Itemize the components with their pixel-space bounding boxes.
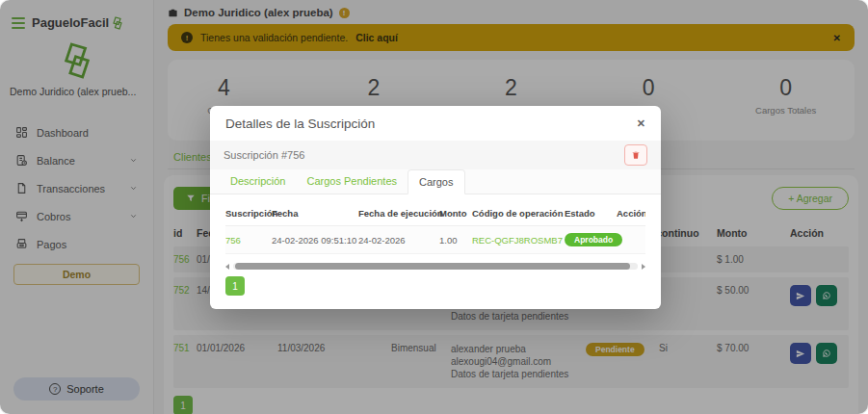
scroll-left-icon[interactable] bbox=[225, 264, 229, 270]
charges-table-header: Suscripción Fecha Fecha de ejecución Mon… bbox=[225, 204, 645, 226]
trash-icon bbox=[631, 150, 641, 160]
col-suscripcion: Suscripción bbox=[225, 208, 272, 219]
col-estado: Estado bbox=[565, 208, 617, 219]
subscription-label: Suscripción #756 bbox=[224, 149, 304, 161]
app-window: PagueloFacil Demo Juridico (alex prueb..… bbox=[0, 0, 868, 414]
col-accion: Acción bbox=[617, 208, 645, 219]
status-badge: Aprobado bbox=[565, 233, 622, 246]
charge-monto: 1.00 bbox=[439, 235, 472, 246]
close-icon[interactable]: ✕ bbox=[637, 117, 645, 130]
charge-id-link[interactable]: 756 bbox=[225, 235, 241, 246]
operation-code-link[interactable]: REC-QGFJ8ROSMB7 bbox=[472, 235, 563, 246]
scrollbar-track[interactable] bbox=[233, 263, 638, 270]
col-fecha-ejecucion: Fecha de ejecución bbox=[358, 208, 439, 219]
charge-row: 756 24-02-2026 09:51:10 24-02-2026 1.00 … bbox=[225, 226, 645, 254]
tab-cargos-pendientes[interactable]: Cargos Pendientes bbox=[296, 169, 408, 194]
col-monto: Monto bbox=[439, 208, 472, 219]
col-codigo: Código de operación bbox=[472, 208, 565, 219]
delete-button[interactable] bbox=[624, 144, 647, 166]
tab-cargos[interactable]: Cargos bbox=[408, 169, 464, 194]
charge-fecha-ejecucion: 24-02-2026 bbox=[358, 235, 439, 246]
scroll-right-icon[interactable] bbox=[642, 264, 645, 270]
scrollbar-thumb[interactable] bbox=[235, 263, 630, 270]
charges-table: Suscripción Fecha Fecha de ejecución Mon… bbox=[225, 204, 645, 296]
horizontal-scrollbar bbox=[225, 263, 645, 270]
modal-title: Detalles de la Suscripción bbox=[225, 116, 375, 131]
subscription-details-modal: Detalles de la Suscripción ✕ Suscripción… bbox=[210, 106, 661, 309]
tab-descripcion[interactable]: Descripción bbox=[220, 169, 296, 194]
modal-pagination-page-1[interactable]: 1 bbox=[225, 276, 245, 296]
charge-fecha: 24-02-2026 09:51:10 bbox=[272, 235, 358, 246]
modal-tabs: Descripción Cargos Pendientes Cargos bbox=[210, 169, 661, 194]
col-fecha: Fecha bbox=[272, 208, 358, 219]
